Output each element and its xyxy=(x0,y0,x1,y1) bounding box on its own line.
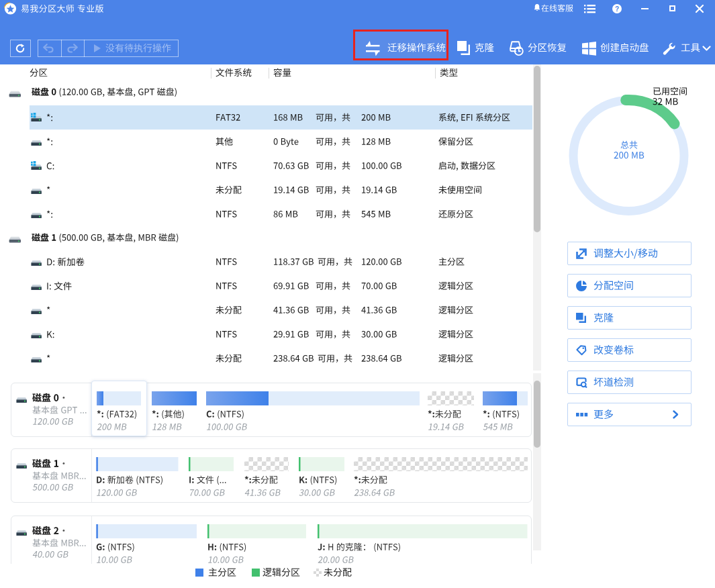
svg-text:?: ? xyxy=(615,5,619,13)
